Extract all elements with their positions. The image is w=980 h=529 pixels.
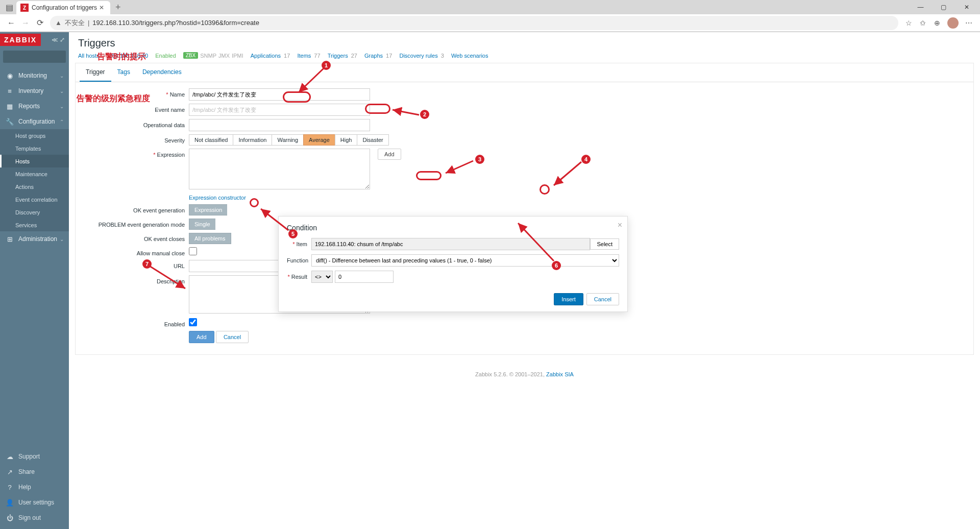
bc-applications[interactable]: Applications — [251, 53, 281, 59]
maximize-button[interactable]: ▢ — [932, 4, 955, 11]
sidebar-item-hosts[interactable]: Hosts — [0, 155, 69, 167]
sev-average[interactable]: Average — [303, 134, 335, 146]
sidebar-item-event-correlation[interactable]: Event correlation — [0, 193, 69, 206]
breadcrumb-all-hosts[interactable]: All hosts — [78, 53, 100, 59]
insecure-label: 不安全 — [65, 18, 85, 28]
sev-warning[interactable]: Warning — [272, 134, 303, 146]
sidebar-label: Share — [18, 468, 35, 475]
sidebar-item-configuration[interactable]: 🔧 Configuration ⌃ — [0, 114, 69, 129]
expression-input[interactable] — [189, 149, 370, 189]
problem-mode-single[interactable]: Single — [189, 219, 215, 230]
bc-triggers[interactable]: Triggers — [328, 53, 348, 59]
add-expression-button[interactable]: Add — [378, 149, 401, 160]
url-field[interactable]: ▲ 不安全 | 192.168.110.30/triggers.php?host… — [50, 16, 898, 30]
sidebar-item-reports[interactable]: ▦ Reports ⌄ — [0, 99, 69, 114]
bc-web[interactable]: Web scenarios — [451, 53, 488, 59]
sidebar-item-inventory[interactable]: ≡ Inventory ⌄ — [0, 83, 69, 99]
tab-title: Configuration of triggers — [32, 4, 97, 11]
bc-discovery[interactable]: Discovery rules — [399, 53, 437, 59]
sidebar-item-share[interactable]: ↗Share — [0, 464, 69, 479]
share-icon: ↗ — [5, 468, 14, 476]
cancel-button[interactable]: Cancel — [216, 331, 249, 343]
url-sep: | — [88, 19, 89, 27]
collapse-sidebar-button[interactable]: ≪ ⤢ — [47, 36, 69, 43]
tab-dependencies[interactable]: Dependencies — [136, 63, 188, 82]
sev-not-classified[interactable]: Not classified — [189, 134, 233, 146]
name-input[interactable] — [189, 88, 370, 101]
sidebar-item-discovery[interactable]: Discovery — [0, 206, 69, 219]
sidebar-item-templates[interactable]: Templates — [0, 142, 69, 155]
add-button[interactable]: Add — [189, 331, 214, 343]
sev-information[interactable]: Information — [233, 134, 272, 146]
sidebar-label: Help — [18, 484, 31, 491]
star-icon[interactable]: ☆ — [901, 19, 916, 27]
sev-high[interactable]: High — [335, 134, 357, 146]
sidebar-search[interactable]: 🔍 — [3, 51, 66, 63]
enabled-checkbox[interactable] — [189, 318, 197, 326]
function-select[interactable]: diff() - Difference between last and pre… — [311, 254, 619, 267]
event-name-input[interactable] — [189, 104, 370, 116]
sidebar-item-user-settings[interactable]: 👤User settings — [0, 495, 69, 510]
ipmi-badge: IPMI — [232, 53, 243, 59]
label-problem-mode: PROBLEM event generation mode — [82, 219, 189, 228]
minimize-button[interactable]: — — [909, 4, 932, 11]
close-window-button[interactable]: ✕ — [955, 4, 978, 11]
sidebar-item-maintenance[interactable]: Maintenance — [0, 167, 69, 180]
window-controls: — ▢ ✕ — [909, 4, 978, 11]
signout-icon: ⏻ — [5, 514, 14, 522]
favicon-zabbix: Z — [20, 4, 29, 12]
collections-icon[interactable]: ⊕ — [930, 19, 944, 27]
footer-text: Zabbix 5.2.6. © 2001–2021, — [475, 371, 546, 377]
sidebar-label: User settings — [18, 499, 54, 506]
count: 17 — [284, 53, 290, 59]
browser-tab[interactable]: Z Configuration of triggers ✕ — [16, 1, 110, 14]
sidebar-item-support[interactable]: ☁Support — [0, 449, 69, 464]
ok-closes-all[interactable]: All problems — [189, 233, 231, 244]
sidebar-label: Support — [18, 453, 40, 460]
monitoring-icon: ◉ — [5, 72, 14, 80]
logo[interactable]: ZABBIX — [0, 34, 41, 46]
insert-button[interactable]: Insert — [554, 293, 583, 305]
tab-tags[interactable]: Tags — [111, 63, 136, 82]
sidebar-item-host-groups[interactable]: Host groups — [0, 129, 69, 142]
sidebar-item-signout[interactable]: ⏻Sign out — [0, 510, 69, 525]
jmx-badge: JMX — [218, 53, 230, 59]
opdata-input[interactable] — [189, 119, 370, 131]
breadcrumb: All hosts / 192.168.110.40 Enabled ZBX S… — [69, 50, 980, 63]
address-bar: ← → ⟳ ▲ 不安全 | 192.168.110.30/triggers.ph… — [0, 14, 980, 32]
sidebar-item-actions[interactable]: Actions — [0, 180, 69, 193]
count: 27 — [351, 53, 357, 59]
bc-graphs[interactable]: Graphs — [364, 53, 383, 59]
label-ok-gen: OK event generation — [82, 204, 189, 213]
profile-avatar[interactable] — [947, 17, 959, 29]
app-menu-icon[interactable]: ▤ — [2, 3, 16, 12]
item-field[interactable] — [311, 238, 590, 250]
sev-disaster[interactable]: Disaster — [357, 134, 388, 146]
breadcrumb-host[interactable]: 192.168.110.40 — [109, 53, 148, 59]
back-button[interactable]: ← — [4, 18, 18, 28]
dialog-cancel-button[interactable]: Cancel — [586, 293, 619, 305]
result-operator-select[interactable]: <> — [311, 271, 333, 283]
bc-items[interactable]: Items — [297, 53, 311, 59]
insecure-icon: ▲ — [55, 19, 62, 27]
close-icon[interactable]: ✕ — [97, 4, 106, 11]
result-value-input[interactable] — [335, 271, 394, 283]
expression-constructor-link[interactable]: Expression constructor — [189, 195, 246, 201]
label-expression: Expression — [82, 149, 189, 158]
sidebar-item-monitoring[interactable]: ◉ Monitoring ⌄ — [0, 68, 69, 83]
chevron-up-icon: ⌃ — [60, 119, 64, 125]
sidebar-item-services[interactable]: Services — [0, 219, 69, 231]
footer-link[interactable]: Zabbix SIA — [546, 371, 574, 377]
dialog-close-icon[interactable]: × — [618, 221, 622, 230]
favorites-icon[interactable]: ✩ — [916, 19, 930, 27]
allow-close-checkbox[interactable] — [189, 247, 197, 255]
reload-button[interactable]: ⟳ — [33, 18, 47, 28]
menu-icon[interactable]: ⋯ — [962, 19, 976, 27]
sidebar-item-help[interactable]: ?Help — [0, 479, 69, 495]
tab-trigger[interactable]: Trigger — [80, 63, 111, 82]
ok-gen-expression[interactable]: Expression — [189, 204, 227, 215]
dialog-title: Condition — [287, 224, 619, 232]
sidebar-item-administration[interactable]: ⊞ Administration ⌄ — [0, 231, 69, 247]
select-item-button[interactable]: Select — [590, 238, 619, 250]
new-tab-button[interactable]: + — [110, 2, 126, 13]
